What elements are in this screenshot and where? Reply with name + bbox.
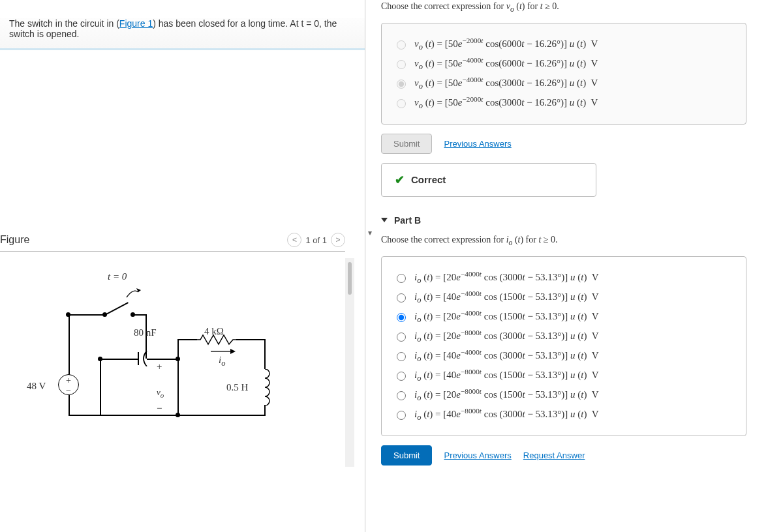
radio-input (397, 60, 406, 69)
figure-link[interactable]: Figure 1 (119, 18, 153, 29)
part-a-previous-answers-link[interactable]: Previous Answers (444, 139, 511, 149)
part-b-header[interactable]: Part B (381, 215, 775, 226)
part-b-opt-5[interactable]: io (t) = [40e−4000t cos (3000t − 53.13°)… (393, 348, 734, 364)
part-b-opt-4[interactable]: io (t) = [20e−8000t cos (3000t − 53.13°)… (393, 329, 734, 344)
wire (69, 314, 104, 316)
wire (177, 359, 179, 415)
node (98, 357, 102, 361)
part-b-opt-6[interactable]: io (t) = [40e−8000t cos (1500t − 53.13°)… (393, 368, 734, 383)
figure-section: Figure < 1 of 1 > t = 0 (0, 233, 365, 467)
part-b-prompt: Choose the correct expression for io (t)… (381, 235, 775, 247)
wire (146, 340, 147, 359)
part-b-options: io (t) = [20e−4000t cos (3000t − 53.13°)… (381, 256, 746, 436)
figure-divider (0, 251, 345, 252)
wire (177, 339, 197, 340)
circuit-diagram: t = 0 80 nF (23, 271, 310, 454)
inductor-icon (259, 369, 271, 406)
wire (69, 395, 70, 415)
part-b-opt-7[interactable]: io (t) = [20e−8000t cos (1500t − 53.13°)… (393, 387, 734, 403)
part-a-opt-4: vo (t) = [50e−2000t cos(3000t − 16.26°)]… (393, 95, 734, 111)
caret-down-icon (381, 218, 388, 222)
wire (264, 405, 266, 415)
radio-input[interactable] (397, 391, 406, 400)
figure-pager: < 1 of 1 > (287, 233, 345, 247)
radio-input[interactable] (397, 293, 406, 303)
radio-input[interactable] (397, 411, 406, 420)
figure-body: t = 0 80 nF (0, 258, 354, 467)
part-b-request-answer-link[interactable]: Request Answer (523, 451, 585, 460)
wire (133, 314, 146, 316)
wire (236, 339, 265, 340)
label-vo: vo (157, 387, 164, 399)
pager-prev-button[interactable]: < (287, 233, 301, 247)
part-a-opt-1: vo (t) = [50e−2000t cos(6000t − 16.26°)]… (393, 37, 734, 52)
radio-input (397, 40, 406, 50)
wire (69, 314, 70, 376)
part-a-opt-2: vo (t) = [50e−4000t cos(6000t − 16.26°)]… (393, 56, 734, 72)
part-b-opt-2[interactable]: io (t) = [40e−4000t cos (1500t − 53.13°)… (393, 289, 734, 305)
radio-input (397, 99, 406, 108)
switch-arrow-icon (124, 283, 141, 300)
radio-input (397, 80, 406, 89)
wire (69, 415, 266, 416)
part-a-options: vo (t) = [50e−2000t cos(6000t − 16.26°)]… (381, 23, 746, 125)
label-source: 48 V (27, 381, 46, 392)
cap-plate (138, 352, 139, 365)
label-plus: + (157, 361, 162, 372)
wire (100, 359, 101, 415)
radio-input[interactable] (397, 332, 406, 342)
wire (264, 339, 266, 369)
correct-label: Correct (411, 174, 446, 185)
radio-input[interactable] (397, 372, 406, 381)
right-pane: ▾ Choose the correct expression for vo (… (365, 0, 783, 532)
part-b-opt-3[interactable]: io (t) = [20e−4000t cos (1500t − 53.13°)… (393, 309, 734, 325)
source-plus-icon: + (66, 376, 71, 386)
label-minus: − (157, 403, 162, 414)
pager-text: 1 of 1 (305, 235, 327, 245)
wire (101, 359, 138, 360)
check-icon: ✔ (395, 173, 405, 187)
label-t0: t = 0 (108, 271, 127, 282)
figure-title: Figure (0, 234, 29, 246)
radio-input[interactable] (397, 274, 406, 283)
collapse-caret-icon[interactable]: ▾ (368, 228, 372, 237)
wire (147, 359, 177, 360)
label-io: io (219, 355, 225, 368)
label-ind: 0.5 H (226, 382, 248, 393)
part-b-opt-1[interactable]: io (t) = [20e−4000t cos (3000t − 53.13°)… (393, 270, 734, 286)
part-a-prompt: Choose the correct expression for vo (t)… (381, 1, 775, 14)
label-cap: 80 nF (134, 327, 157, 338)
correct-feedback: ✔ Correct (381, 163, 596, 197)
left-pane: The switch in the circuit in (Figure 1) … (0, 0, 365, 532)
part-a-submit-button: Submit (381, 134, 432, 154)
svg-marker-1 (230, 349, 236, 354)
part-b-title: Part B (394, 215, 421, 226)
problem-statement: The switch in the circuit in (Figure 1) … (0, 18, 365, 50)
part-b-opt-8[interactable]: io (t) = [40e−8000t cos (3000t − 53.13°)… (393, 407, 734, 422)
part-a-opt-3: vo (t) = [50e−4000t cos(3000t − 16.26°)]… (393, 76, 734, 91)
radio-input[interactable] (397, 352, 406, 361)
part-b-previous-answers-link[interactable]: Previous Answers (444, 451, 511, 460)
source-minus-icon: − (66, 385, 71, 396)
problem-text-pre: The switch in the circuit in ( (9, 18, 119, 29)
part-b-submit-button[interactable]: Submit (381, 445, 432, 466)
pager-next-button[interactable]: > (331, 233, 345, 247)
resistor-icon (196, 334, 237, 346)
switch-arm (105, 302, 129, 315)
radio-input[interactable] (397, 313, 406, 322)
wire (177, 339, 179, 359)
